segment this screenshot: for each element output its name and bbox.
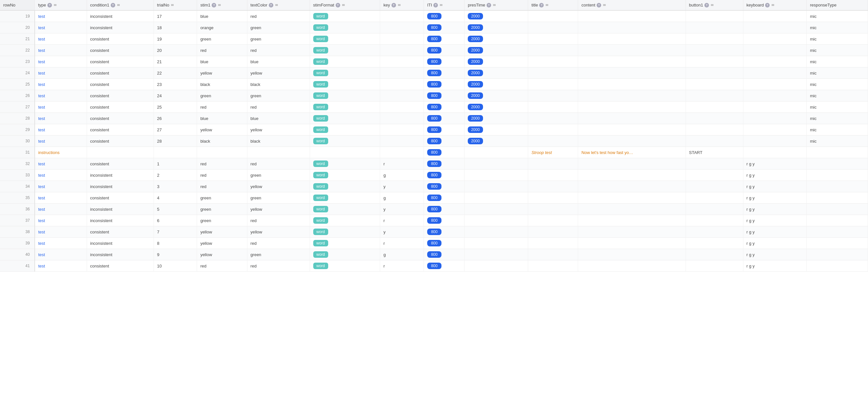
table-row[interactable]: 20testinconsistent18orangegreenword80020… — [0, 22, 868, 33]
table-row[interactable]: 36testinconsistent5greenyellowwordy800r … — [0, 204, 868, 215]
type-sort-icon[interactable] — [54, 4, 57, 6]
table-row[interactable]: 38testconsistent7yellowyellowwordy800r g… — [0, 226, 868, 238]
title-info-icon[interactable]: ? — [539, 3, 544, 7]
table-row[interactable]: 39testinconsistent8yellowredwordr800r g … — [0, 238, 868, 249]
cell-type[interactable]: test — [35, 90, 87, 102]
content-sort-icon[interactable] — [603, 4, 606, 6]
iti-badge: 800 — [427, 195, 441, 201]
cell-key — [380, 136, 424, 147]
cell-condition1: consistent — [87, 102, 154, 113]
stim1-sort-icon[interactable] — [218, 4, 221, 6]
cell-textColor: red — [247, 10, 310, 22]
cell-type[interactable]: test — [35, 113, 87, 124]
cell-type[interactable]: test — [35, 192, 87, 204]
cell-type[interactable]: test — [35, 10, 87, 22]
table-row[interactable]: 33testinconsistent2redgreenwordg800r g y — [0, 170, 868, 181]
table-row[interactable]: 27testconsistent25redredword8002000mic — [0, 102, 868, 113]
button1-sort-icon[interactable] — [711, 4, 713, 6]
cell-title — [528, 56, 578, 67]
cell-type[interactable]: test — [35, 136, 87, 147]
cell-textColor: red — [247, 215, 310, 226]
cell-type[interactable]: test — [35, 158, 87, 170]
table-row[interactable]: 35testconsistent4greengreenwordg800r g y — [0, 192, 868, 204]
type-info-icon[interactable]: ? — [48, 3, 52, 7]
cell-type[interactable]: test — [35, 33, 87, 45]
table-row[interactable]: 28testconsistent26blueblueword8002000mic — [0, 113, 868, 124]
cell-ITI: 800 — [424, 45, 464, 56]
presTime-sort-icon[interactable] — [493, 4, 496, 6]
cell-type[interactable]: test — [35, 215, 87, 226]
cell-key: r — [380, 261, 424, 272]
cell-type[interactable]: test — [35, 181, 87, 192]
table-row[interactable]: 37testinconsistent6greenredwordr800r g y — [0, 215, 868, 226]
table-row[interactable]: 29testconsistent27yellowyellowword800200… — [0, 124, 868, 136]
condition1-info-icon[interactable]: ? — [111, 3, 115, 7]
col-label-responseType: responseType — [810, 3, 837, 7]
table-row[interactable]: 24testconsistent22yellowyellowword800200… — [0, 67, 868, 79]
stimformat-badge: word — [313, 229, 328, 235]
table-row[interactable]: 22testconsistent20redredword8002000mic — [0, 45, 868, 56]
table-row[interactable]: 23testconsistent21blueblueword8002000mic — [0, 56, 868, 67]
cell-textColor: green — [247, 192, 310, 204]
cell-type[interactable]: instructions — [35, 147, 87, 158]
keyboard-sort-icon[interactable] — [772, 4, 774, 6]
table-row[interactable]: 34testinconsistent3redyellowwordy800r g … — [0, 181, 868, 192]
cell-type[interactable]: test — [35, 67, 87, 79]
table-row[interactable]: 19testinconsistent17blueredword8002000mi… — [0, 10, 868, 22]
stimformat-badge: word — [313, 93, 328, 99]
key-info-icon[interactable]: ? — [392, 3, 396, 7]
stim1-info-icon[interactable]: ? — [212, 3, 216, 7]
trialNo-sort-icon[interactable] — [171, 4, 174, 6]
title-sort-icon[interactable] — [546, 4, 548, 6]
ITI-info-icon[interactable]: ? — [433, 3, 438, 7]
button1-info-icon[interactable]: ? — [704, 3, 709, 7]
cell-content — [578, 45, 686, 56]
cell-responseType: mic — [807, 33, 868, 45]
cell-type[interactable]: test — [35, 261, 87, 272]
cell-title — [528, 181, 578, 192]
stimformat-badge: word — [313, 127, 328, 133]
cell-textColor: yellow — [247, 226, 310, 238]
cell-type[interactable]: test — [35, 45, 87, 56]
cell-ITI: 800 — [424, 204, 464, 215]
textColor-info-icon[interactable]: ? — [269, 3, 273, 7]
ITI-sort-icon[interactable] — [440, 4, 442, 6]
cell-stimFormat: word — [310, 90, 380, 102]
cell-type[interactable]: test — [35, 102, 87, 113]
col-header-condition1: condition1 ? — [87, 0, 154, 10]
cell-keyboard: r g y — [743, 181, 807, 192]
cell-trialNo — [154, 147, 197, 158]
cell-trialNo: 9 — [154, 249, 197, 261]
cell-type[interactable]: test — [35, 56, 87, 67]
cell-button1 — [686, 170, 743, 181]
stimFormat-sort-icon[interactable] — [342, 4, 345, 6]
table-row[interactable]: 31instructions800Stroop testNow let's te… — [0, 147, 868, 158]
cell-type[interactable]: test — [35, 124, 87, 136]
content-info-icon[interactable]: ? — [597, 3, 601, 7]
cell-responseType: mic — [807, 136, 868, 147]
textColor-sort-icon[interactable] — [275, 4, 278, 6]
data-table-container: rowNo type ? condition1 ? — [0, 0, 868, 272]
table-row[interactable]: 30testconsistent28blackblackword8002000m… — [0, 136, 868, 147]
key-sort-icon[interactable] — [398, 4, 401, 6]
cell-type[interactable]: test — [35, 204, 87, 215]
table-row[interactable]: 40testinconsistent9yellowgreenwordg800r … — [0, 249, 868, 261]
stimFormat-info-icon[interactable]: ? — [336, 3, 340, 7]
presTime-info-icon[interactable]: ? — [487, 3, 491, 7]
table-row[interactable]: 25testconsistent23blackblackword8002000m… — [0, 79, 868, 90]
cell-type[interactable]: test — [35, 249, 87, 261]
cell-type[interactable]: test — [35, 170, 87, 181]
table-row[interactable]: 41testconsistent10redredwordr800r g y — [0, 261, 868, 272]
cell-type[interactable]: test — [35, 226, 87, 238]
table-row[interactable]: 21testconsistent19greengreenword8002000m… — [0, 33, 868, 45]
cell-presTime: 2000 — [465, 90, 528, 102]
cell-content — [578, 238, 686, 249]
table-row[interactable]: 32testconsistent1redredwordr800r g y — [0, 158, 868, 170]
table-row[interactable]: 26testconsistent24greengreenword8002000m… — [0, 90, 868, 102]
cell-type[interactable]: test — [35, 79, 87, 90]
condition1-sort-icon[interactable] — [117, 4, 120, 6]
col-header-key: key ? — [380, 0, 424, 10]
cell-type[interactable]: test — [35, 238, 87, 249]
cell-type[interactable]: test — [35, 22, 87, 33]
keyboard-info-icon[interactable]: ? — [765, 3, 770, 7]
